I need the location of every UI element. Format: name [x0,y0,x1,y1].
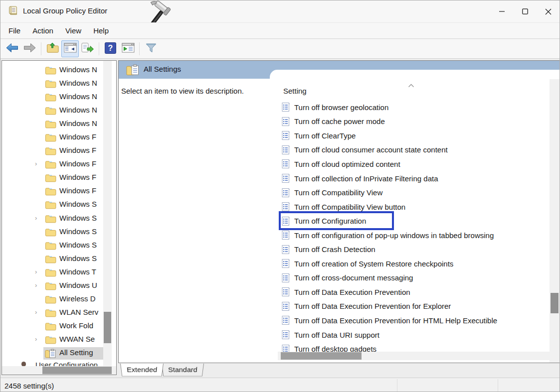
policy-setting-icon [282,344,290,352]
tree-item[interactable]: › [2,320,103,333]
settings-row[interactable]: Turn off cloud optimized content [281,157,550,171]
settings-row-label: Turn off cloud consumer account state co… [294,145,448,154]
setting-column-header[interactable]: Setting [283,87,307,95]
list-horizontal-scrollbar[interactable] [278,352,550,360]
tree-item-partial[interactable]: User Configuration [3,361,103,366]
tree-item[interactable]: › [2,306,103,320]
chevron-right-icon[interactable]: › [35,160,37,167]
settings-row[interactable]: Turn off Data Execution Prevention for H… [281,313,550,328]
tree-item-label: Windows N [59,106,97,114]
settings-row-label: Turn off Data URI support [294,331,379,339]
tree-item-label: Windows F [59,132,96,141]
policy-setting-icon [282,273,290,283]
tree-item-label: WLAN Serv [59,308,98,316]
menu-bar: FileActionViewHelp [0,22,560,39]
tree-item[interactable]: › [2,91,103,104]
view-tab[interactable]: Extended [120,364,164,377]
menu-item[interactable]: Help [87,23,115,38]
tree-item[interactable]: › [2,64,103,77]
settings-row[interactable]: Turn off desktop gadgets [281,342,550,352]
policy-setting-icon [282,245,290,255]
settings-row[interactable]: Turn off Compatibility View [281,185,550,200]
back-button[interactable] [3,40,21,57]
settings-row[interactable]: Turn off Data Execution Prevention [281,285,550,299]
tree-item[interactable]: › [2,171,103,185]
tree-item[interactable]: › [2,279,103,293]
tree-item-label: Windows F [59,173,96,181]
show-console-tree-icon [64,42,77,55]
filter-button[interactable] [142,40,160,57]
settings-row[interactable]: Turn off ClearType [281,129,550,143]
folder-icon [45,228,56,238]
settings-row[interactable]: Turn off cache power mode [281,115,550,129]
policy-setting-icon [282,117,290,127]
tree-item-label: Windows N [59,119,97,128]
panel-header: All Settings [119,61,560,79]
all-settings-icon [45,349,57,360]
close-button[interactable] [537,0,560,22]
tree-item[interactable]: › [2,77,103,91]
policy-setting-icon [282,131,290,140]
scrollbar-thumb[interactable] [281,352,362,360]
scrollbar-thumb[interactable] [42,367,112,374]
tree-item[interactable]: › [2,131,103,144]
view-tab[interactable]: Standard [162,364,204,377]
chevron-right-icon[interactable]: › [35,281,37,289]
tree-item[interactable]: › [2,118,103,131]
tree-item[interactable]: › [2,198,103,212]
show-console-tree-button[interactable] [61,40,79,57]
minimize-button[interactable] [491,0,514,22]
export-list-button[interactable] [79,40,96,57]
settings-row[interactable]: Turn off Crash Detection [281,242,550,257]
settings-row[interactable]: Turn off cloud consumer account state co… [281,143,550,157]
settings-row[interactable]: Turn off configuration of pop-up windows… [281,228,550,243]
tree-horizontal-scrollbar[interactable] [2,366,116,375]
settings-row[interactable]: Turn off Data Execution Prevention for E… [281,299,550,314]
show-properties-button[interactable] [119,40,137,57]
menu-item[interactable]: File [2,23,26,38]
list-vertical-scrollbar[interactable] [550,79,560,363]
settings-row[interactable]: Turn off creation of System Restore chec… [281,257,550,271]
scrollbar-thumb[interactable] [551,293,559,313]
tree-item[interactable]: › [2,226,103,239]
tree-item-label: Windows T [59,267,96,276]
tree-item[interactable]: › [2,185,103,198]
tree-item-label: Windows N [59,65,97,74]
tree-item[interactable]: › [2,253,103,266]
chevron-right-icon[interactable]: › [35,268,37,275]
folder-icon [45,160,56,170]
scrollbar-thumb[interactable] [104,312,111,343]
chevron-right-icon[interactable]: › [35,214,37,222]
tree-item[interactable]: › [2,266,103,279]
menu-item[interactable]: Action [26,23,59,38]
settings-row[interactable]: Turn off collection of InPrivate Filteri… [281,171,550,186]
policy-setting-icon [282,301,290,311]
settings-row-label: Turn off cross-document messaging [294,273,413,282]
settings-row[interactable]: Turn off browser geolocation [281,100,550,115]
tree-item[interactable]: › [2,212,103,226]
tree-item[interactable]: › [2,333,103,347]
menu-item[interactable]: View [59,23,87,38]
maximize-button[interactable] [514,0,537,22]
tree-item[interactable]: › [2,293,103,306]
up-one-level-button[interactable] [44,40,61,57]
folder-icon [45,268,56,278]
tree-item-label: Windows S [59,241,97,249]
help-button[interactable]: ? [102,40,119,57]
settings-row-label: Turn off Crash Detection [294,245,375,254]
window-controls [491,0,560,22]
status-text: 2458 setting(s) [4,382,54,390]
tree-item[interactable]: › [2,347,103,360]
chevron-right-icon[interactable]: › [35,335,37,343]
chevron-right-icon[interactable]: › [35,308,37,316]
settings-row[interactable]: Turn off cross-document messaging [281,271,550,285]
tree-item[interactable]: › [2,158,103,171]
svg-text:?: ? [108,44,113,52]
forward-button[interactable] [21,40,38,57]
tree-item[interactable]: › [2,104,103,118]
tree-item[interactable]: › [2,239,103,253]
tree-item[interactable]: › [2,144,103,158]
tree-vertical-scrollbar[interactable] [103,61,112,366]
settings-row[interactable]: Turn off Data URI support [281,328,550,342]
chevron-up-icon[interactable] [408,81,414,90]
